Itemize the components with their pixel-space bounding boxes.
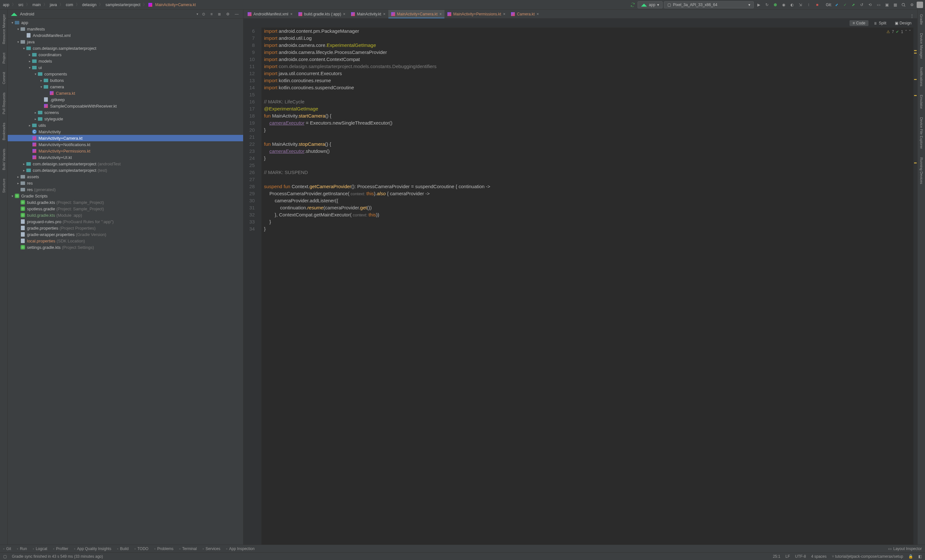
tree-item[interactable]: ▾ui (8, 64, 243, 71)
hide-icon[interactable]: — (234, 11, 240, 17)
tool-window-build-variants[interactable]: Build Variants (1, 146, 6, 173)
tool-window-device-manager[interactable]: Device Manager (919, 30, 924, 61)
code-line[interactable]: // MARK: SUSPEND (264, 169, 913, 176)
editor-tab[interactable]: build.gradle.kts (:app)× (295, 10, 348, 18)
chevron-icon[interactable]: ▾ (39, 85, 43, 89)
line-number[interactable]: 24 (244, 155, 255, 162)
chevron-icon[interactable]: ▸ (28, 59, 32, 63)
status-icon[interactable]: ▢ (3, 554, 7, 559)
code-text[interactable]: import android.content.pm.PackageManager… (261, 28, 913, 545)
code-line[interactable]: import androidx.core.content.ContextComp… (264, 56, 913, 63)
code-line[interactable]: import android.content.pm.PackageManager (264, 28, 913, 35)
tree-item[interactable]: res(generated) (8, 186, 243, 193)
tree-item[interactable]: ▾components (8, 71, 243, 77)
close-icon[interactable]: × (343, 12, 345, 17)
settings-icon[interactable]: ⚙ (225, 11, 231, 17)
code-line[interactable]: } (264, 218, 913, 226)
code-line[interactable]: import androidx.camera.core.Experimental… (264, 42, 913, 49)
tree-item[interactable]: build.gradle.kts(Project: Sample_Project… (8, 199, 243, 206)
editor-tab[interactable]: MainActivity+Camera.kt× (388, 10, 444, 18)
search-icon[interactable] (900, 1, 907, 8)
line-number[interactable]: 11 (244, 63, 255, 70)
code-line[interactable]: continuation.resume(cameraProvider.get()… (264, 204, 913, 211)
chevron-icon[interactable]: ▾ (16, 40, 20, 44)
line-number[interactable]: 16 (244, 98, 255, 105)
tool-window-notifications[interactable]: Notifications (919, 65, 924, 89)
code-view-button[interactable]: ≡Code (850, 20, 869, 26)
split-view-button[interactable]: ⫼Split (871, 20, 889, 26)
git-pull-icon[interactable]: ⬋ (833, 1, 840, 8)
chevron-icon[interactable]: ▾ (28, 66, 32, 69)
settings-icon[interactable]: ⚙ (908, 1, 915, 8)
tool-window-resource-manager[interactable]: Resource Manager (1, 12, 6, 47)
sync-icon[interactable] (629, 1, 636, 8)
encoding[interactable]: UTF-8 (795, 554, 806, 559)
close-icon[interactable]: × (503, 12, 505, 17)
code-line[interactable]: import kotlin.coroutines.suspendCoroutin… (264, 84, 913, 91)
chevron-icon[interactable]: ▸ (28, 53, 32, 57)
caret-position[interactable]: 25:1 (773, 554, 780, 559)
breadcrumb-item[interactable]: com (65, 3, 74, 7)
breadcrumb-item[interactable]: samplestarterproject (104, 3, 141, 7)
code-line[interactable]: }, ContextCompat.getMainExecutor( contex… (264, 211, 913, 218)
chevron-icon[interactable]: ▸ (22, 169, 26, 172)
stop-icon[interactable]: ■ (814, 1, 821, 8)
line-number[interactable]: 20 (244, 126, 255, 134)
bottom-tool-logcat[interactable]: ◦Logcat (33, 546, 47, 551)
tree-item[interactable]: local.properties(SDK Location) (8, 238, 243, 244)
tool-window-structure[interactable]: Structure (1, 176, 6, 196)
line-number[interactable]: 33 (244, 218, 255, 226)
line-gutter[interactable]: 6789101112131415161718192021222324252627… (244, 28, 261, 545)
tool-window-project[interactable]: Project (1, 50, 6, 66)
line-number[interactable]: 9 (244, 49, 255, 56)
layout-inspector-button[interactable]: ▭Layout Inspector (888, 546, 922, 551)
marker-bar[interactable] (913, 28, 917, 545)
breadcrumb[interactable]: app〉src〉main〉java〉com〉delasign〉samplesta… (2, 2, 197, 8)
bottom-tool-build[interactable]: ◦Build (117, 546, 128, 551)
tree-item[interactable]: MainActivity+Permissions.kt (8, 148, 243, 154)
chevron-down-icon[interactable]: ▾ (197, 12, 198, 16)
apply-changes-icon[interactable]: ↻ (764, 1, 770, 8)
code-line[interactable]: } (264, 155, 913, 162)
git-branch[interactable]: ⑂ tutorial/jetpack-compose/camerax/setup (832, 554, 903, 559)
tree-item[interactable]: ▾manifests (8, 26, 243, 32)
chevron-icon[interactable]: ▸ (22, 162, 26, 166)
code-line[interactable]: import java.util.concurrent.Executors (264, 70, 913, 77)
line-number[interactable]: 14 (244, 84, 255, 91)
line-number[interactable]: 15 (244, 91, 255, 98)
code-line[interactable]: } (264, 126, 913, 134)
account-icon[interactable] (917, 2, 923, 8)
line-number[interactable]: 29 (244, 190, 255, 197)
device-selector[interactable]: ▢ Pixel_3a_API_33_x86_64 ▾ (664, 1, 754, 8)
bottom-tool-services[interactable]: ◦Services (203, 546, 220, 551)
attach-debugger-icon[interactable]: ⇲ (797, 1, 804, 8)
chevron-icon[interactable]: ▸ (28, 123, 32, 127)
rollback-icon[interactable]: ⟲ (866, 1, 874, 8)
editor-tab[interactable]: MainActivity.kt× (348, 10, 388, 18)
close-icon[interactable]: × (439, 12, 441, 17)
tabs-menu-icon[interactable]: ⋮ (908, 14, 916, 18)
git-push-icon[interactable]: ⬈ (850, 1, 857, 8)
code-line[interactable]: fun MainActivity.startCamera() { (264, 112, 913, 119)
code-line[interactable]: suspend fun Context.getCameraProvider():… (264, 183, 913, 190)
down-icon[interactable]: ˅ (909, 30, 911, 34)
project-tree[interactable]: ▾app▾manifestsAndroidManifest.xml▾java▾c… (8, 19, 243, 545)
breadcrumb-item[interactable]: java (49, 3, 58, 7)
line-number[interactable]: 18 (244, 112, 255, 119)
tree-item[interactable]: ▾java (8, 39, 243, 45)
editor-body[interactable]: ⚠7 ✔1 ˄ ˅ 678910111213141516171819202122… (244, 28, 917, 545)
chevron-icon[interactable]: ▸ (39, 79, 43, 82)
tree-item[interactable]: ▸styleguide (8, 116, 243, 122)
code-line[interactable] (264, 162, 913, 169)
tree-item[interactable]: ▸com.delasign.samplestarterproject(test) (8, 167, 243, 173)
tree-item[interactable]: ▸res (8, 180, 243, 186)
breadcrumb-item[interactable]: app (2, 3, 10, 7)
tree-item[interactable]: ▸utils (8, 122, 243, 128)
code-line[interactable]: } (264, 226, 913, 232)
line-number[interactable]: 7 (244, 35, 255, 42)
code-line[interactable]: import com.delasign.samplestarterproject… (264, 63, 913, 70)
editor-tab[interactable]: MainActivity+Permissions.kt× (444, 10, 508, 18)
history-icon[interactable]: ↺ (858, 1, 865, 8)
tree-item[interactable]: proguard-rules.pro(ProGuard Rules for ":… (8, 218, 243, 225)
code-line[interactable]: cameraExecutor.shutdown() (264, 148, 913, 155)
